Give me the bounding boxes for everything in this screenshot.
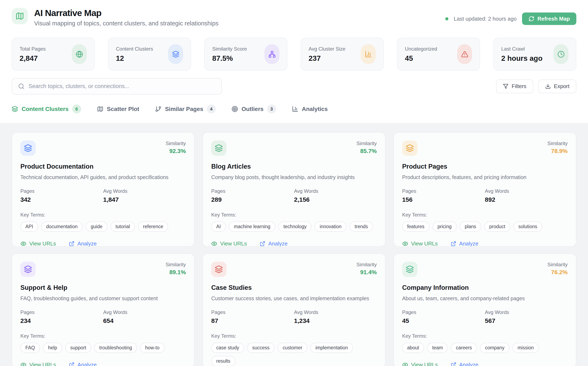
tab-outliers[interactable]: Outliers 3 bbox=[231, 105, 276, 114]
tab-badge: 6 bbox=[72, 105, 81, 114]
tab-content-clusters[interactable]: Content Clusters 6 bbox=[12, 105, 81, 114]
tab-bar: Content Clusters 6 Scatter Plot Similar … bbox=[12, 105, 576, 123]
tab-similar-pages[interactable]: Similar Pages 4 bbox=[155, 105, 216, 114]
page-title: AI Narrative Map bbox=[34, 8, 218, 18]
avg-words-value: 654 bbox=[103, 317, 186, 324]
map-app-icon bbox=[12, 8, 28, 24]
cluster-description: Product descriptions, features, and pric… bbox=[402, 174, 568, 180]
stat-label: Total Pages bbox=[20, 46, 45, 52]
view-urls-link[interactable]: View URLs bbox=[211, 240, 247, 247]
avg-words-label: Avg Words bbox=[485, 188, 568, 194]
external-link-icon bbox=[69, 241, 74, 246]
stat-card-uncategorized: Uncategorized 45 bbox=[397, 38, 480, 71]
page-subtitle: Visual mapping of topics, content cluste… bbox=[34, 20, 218, 27]
analyze-link[interactable]: Analyze bbox=[451, 362, 479, 366]
pages-value: 289 bbox=[211, 196, 294, 203]
stat-label: Uncategorized bbox=[405, 46, 437, 52]
key-term-pill: API bbox=[20, 221, 38, 232]
key-term-pill: about bbox=[402, 343, 424, 353]
cluster-card: Similarity 91.4% Case Studies Customer s… bbox=[202, 253, 385, 366]
key-term-pill: features bbox=[402, 221, 430, 232]
analyze-link[interactable]: Analyze bbox=[451, 240, 479, 247]
cluster-description: FAQ, troubleshooting guides, and custome… bbox=[20, 295, 186, 301]
avg-words-label: Avg Words bbox=[103, 188, 186, 194]
network-icon bbox=[264, 44, 279, 64]
key-term-pill: customer bbox=[278, 343, 307, 353]
pages-label: Pages bbox=[20, 309, 103, 315]
view-urls-link[interactable]: View URLs bbox=[20, 240, 56, 247]
tab-scatter-plot[interactable]: Scatter Plot bbox=[97, 106, 139, 112]
similarity-value: 85.7% bbox=[357, 148, 377, 154]
cluster-title: Case Studies bbox=[211, 284, 377, 291]
refresh-map-button[interactable]: Refresh Map bbox=[522, 13, 576, 25]
view-urls-link[interactable]: View URLs bbox=[402, 362, 438, 366]
analyze-label: Analyze bbox=[268, 240, 288, 247]
key-term-pill: help bbox=[43, 343, 62, 353]
key-terms-list: aboutteamcareerscompanymission bbox=[402, 343, 568, 353]
view-urls-label: View URLs bbox=[411, 362, 438, 366]
layers-icon bbox=[402, 141, 417, 156]
top-section: AI Narrative Map Visual mapping of topic… bbox=[0, 0, 588, 123]
stat-label: Content Clusters bbox=[116, 46, 153, 52]
pages-label: Pages bbox=[20, 188, 103, 194]
cluster-description: Technical documentation, API guides, and… bbox=[20, 174, 186, 180]
stat-card-total-pages: Total Pages 2,847 bbox=[12, 38, 95, 71]
external-link-icon bbox=[451, 241, 456, 246]
view-urls-label: View URLs bbox=[29, 240, 56, 247]
view-urls-label: View URLs bbox=[220, 240, 247, 247]
view-urls-link[interactable]: View URLs bbox=[20, 362, 56, 366]
key-term-pill: solutions bbox=[513, 221, 542, 232]
layers-icon bbox=[211, 262, 226, 277]
key-term-pill: product bbox=[484, 221, 510, 232]
key-term-pill: implementation bbox=[310, 343, 353, 353]
key-term-pill: plans bbox=[460, 221, 481, 232]
eye-icon bbox=[20, 362, 26, 366]
pages-value: 342 bbox=[20, 196, 103, 203]
map-icon bbox=[97, 106, 104, 112]
key-term-pill: company bbox=[480, 343, 509, 353]
export-button[interactable]: Export bbox=[538, 80, 576, 93]
header: AI Narrative Map Visual mapping of topic… bbox=[12, 0, 576, 27]
avg-words-value: 1,234 bbox=[294, 317, 377, 324]
search-input[interactable] bbox=[29, 83, 215, 90]
external-link-icon bbox=[69, 362, 74, 366]
avg-words-value: 567 bbox=[485, 317, 568, 324]
similarity-value: 76.2% bbox=[547, 269, 568, 276]
status-dot bbox=[445, 17, 448, 20]
key-terms-label: Key Terms: bbox=[211, 333, 377, 339]
key-term-pill: how-to bbox=[140, 343, 164, 353]
analyze-link[interactable]: Analyze bbox=[69, 240, 97, 247]
analyze-link[interactable]: Analyze bbox=[260, 240, 288, 247]
search-box[interactable] bbox=[12, 78, 222, 94]
key-term-pill: trends bbox=[350, 221, 373, 232]
globe-icon bbox=[72, 44, 87, 64]
clock-icon bbox=[553, 44, 568, 64]
alert-triangle-icon bbox=[457, 44, 472, 64]
analyze-link[interactable]: Analyze bbox=[69, 362, 97, 366]
pages-label: Pages bbox=[211, 188, 294, 194]
analyze-label: Analyze bbox=[459, 240, 479, 247]
cluster-card: Similarity 78.9% Product Pages Product d… bbox=[394, 132, 576, 247]
stat-value: 237 bbox=[309, 54, 345, 62]
eye-icon bbox=[402, 362, 408, 366]
view-urls-link[interactable]: View URLs bbox=[402, 240, 438, 247]
avg-words-value: 1,847 bbox=[103, 196, 186, 203]
filter-icon bbox=[503, 84, 508, 89]
eye-icon bbox=[402, 241, 408, 247]
key-term-pill: tutorial bbox=[111, 221, 135, 232]
key-terms-label: Key Terms: bbox=[402, 333, 568, 339]
filters-button[interactable]: Filters bbox=[496, 80, 533, 93]
stat-card-content-clusters: Content Clusters 12 bbox=[108, 38, 191, 71]
git-branch-icon bbox=[155, 106, 162, 112]
key-terms-label: Key Terms: bbox=[20, 333, 186, 339]
key-term-pill: technology bbox=[278, 221, 312, 232]
cluster-grid: Similarity 92.3% Product Documentation T… bbox=[12, 132, 576, 366]
pages-value: 156 bbox=[402, 196, 485, 203]
tab-analytics[interactable]: Analytics bbox=[292, 106, 328, 112]
pages-label: Pages bbox=[402, 188, 485, 194]
tab-badge: 4 bbox=[207, 105, 216, 114]
stat-label: Last Crawl bbox=[501, 46, 543, 52]
cluster-description: About us, team, careers, and company-rel… bbox=[402, 295, 568, 301]
eye-icon bbox=[211, 241, 217, 247]
key-terms-list: FAQhelpsupporttroubleshootinghow-to bbox=[20, 343, 186, 353]
